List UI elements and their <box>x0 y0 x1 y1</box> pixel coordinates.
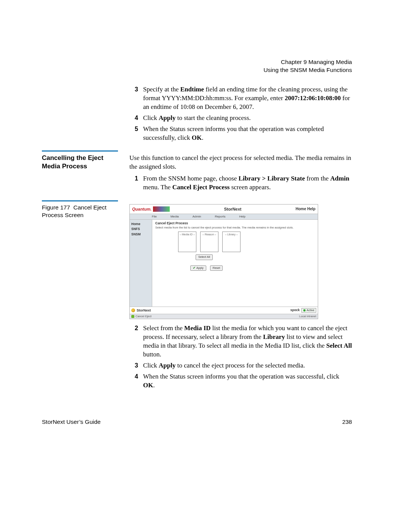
figure-rule <box>42 200 118 201</box>
app-title: StorNext <box>224 206 242 212</box>
section-intro: Use this function to cancel the eject pr… <box>129 154 352 171</box>
subtitle-line: Using the SNSM Media Functions <box>263 66 352 74</box>
active-dot-icon <box>303 309 306 312</box>
panel-title: Cancel Eject Process <box>155 221 315 225</box>
status-app-label: StorNext <box>137 308 151 313</box>
section-heading: Cancelling the Eject Media Process <box>42 154 118 171</box>
step-3: 3 Specify at the Endtime field an ending… <box>135 85 352 112</box>
sidebar-item-home[interactable]: Home <box>131 222 152 226</box>
menu-help[interactable]: Help <box>239 215 245 219</box>
cancel-step-4: 4 When the Status screen informs you tha… <box>135 372 352 390</box>
menu-admin[interactable]: Admin <box>193 215 201 219</box>
brand-area: Quantum. <box>132 206 170 212</box>
cancel-step-2: 2 Select from the Media ID list the medi… <box>135 324 352 359</box>
reset-button[interactable]: Reset <box>210 265 223 271</box>
cancel-eject-screenshot: Quantum. StorNext Home Help File Media A… <box>129 204 318 319</box>
footer-left: StorNext User’s Guide <box>42 419 101 425</box>
chapter-line: Chapter 9 Managing Media <box>263 58 352 66</box>
figure-caption: Figure 177 Cancel Eject Process Screen <box>42 204 118 219</box>
reason-list[interactable]: – Reason – <box>200 232 218 252</box>
menubar[interactable]: File Media Admin Reports Help <box>130 214 318 220</box>
apply-button[interactable]: ✔Apply <box>190 265 206 271</box>
sidebar-item-snsm[interactable]: SNSM <box>131 232 152 236</box>
ie-page-icon <box>131 315 134 318</box>
sidebar: Home SNFS SNSM <box>130 220 152 307</box>
stornext-status-icon <box>131 308 135 312</box>
media-id-list[interactable]: – Media ID – <box>178 232 196 252</box>
cancel-step-3: 3 Click Apply to cancel the eject proces… <box>135 361 352 370</box>
step-4: 4 Click Apply to start the cleaning proc… <box>135 114 352 123</box>
step-5: 5 When the Status screen informs you tha… <box>135 125 352 142</box>
library-list[interactable]: – Library – <box>222 232 241 252</box>
page-header: Chapter 9 Managing Media Using the SNSM … <box>263 58 352 74</box>
home-help-links[interactable]: Home Help <box>296 206 315 212</box>
brand-logo-icon <box>153 206 170 212</box>
menu-media[interactable]: Media <box>170 215 179 219</box>
page-footer: StorNext User’s Guide 238 <box>42 419 352 425</box>
status-host: spock <box>290 308 300 312</box>
select-all-button[interactable]: Select All <box>196 254 213 260</box>
section-rule <box>42 150 118 152</box>
menu-file[interactable]: File <box>152 215 157 219</box>
footer-page-number: 238 <box>342 419 352 425</box>
brand-text: Quantum. <box>132 206 151 212</box>
panel-description: Select media from the list to cancel the… <box>155 226 315 229</box>
cancel-step-1: 1 From the SNSM home page, choose Librar… <box>135 174 352 192</box>
ie-tab-label: Cancel Eject <box>135 315 151 318</box>
menu-reports[interactable]: Reports <box>215 215 225 219</box>
check-icon: ✔ <box>193 266 196 270</box>
status-badge: Active <box>301 308 316 313</box>
sidebar-item-snfs[interactable]: SNFS <box>131 227 152 231</box>
ie-zone-label: Local intranet <box>299 315 316 318</box>
